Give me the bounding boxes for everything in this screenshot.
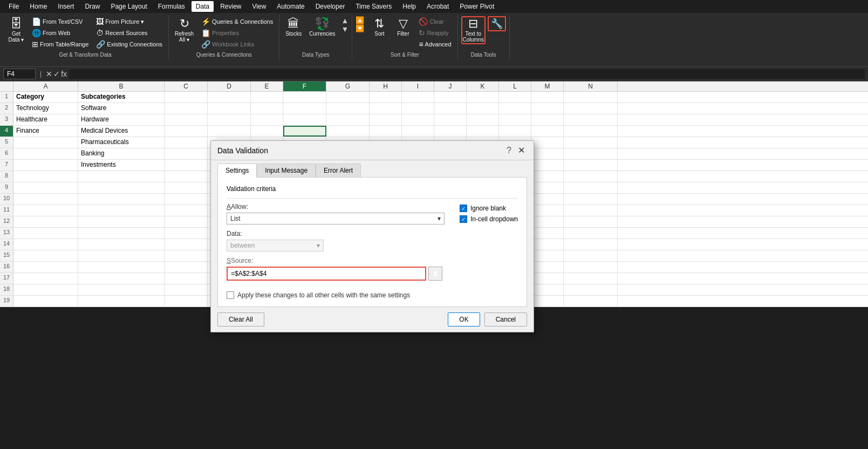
cell-d2[interactable] [208,103,251,114]
cell-n1[interactable] [564,92,618,103]
tab-error-alert[interactable]: Error Alert [316,164,361,177]
menu-view[interactable]: View [248,1,271,12]
cell-m1[interactable] [531,92,564,103]
tab-input-message[interactable]: Input Message [257,164,316,177]
ribbon-clear-button[interactable]: 🚫 Clear [416,16,454,27]
ribbon-text-to-columns-button[interactable]: ⊟ Text toColumns [461,16,486,44]
menu-data[interactable]: Data [192,1,214,12]
sort-za-icon[interactable]: 🔽 [356,24,364,32]
col-header-b[interactable]: B [78,81,165,91]
cell-k1[interactable] [467,92,499,103]
cell-b6[interactable]: Banking [78,148,165,159]
menu-formulas[interactable]: Formulas [154,1,189,12]
cell-c2[interactable] [165,103,208,114]
ribbon-queries-connections-button[interactable]: ⚡ Queries & Connections [199,16,276,27]
col-header-d[interactable]: D [208,81,251,91]
cell-f4[interactable] [283,126,326,137]
ribbon-from-textcsv-button[interactable]: 📄 From Text/CSV [29,16,91,27]
cell-g1[interactable] [326,92,370,103]
ribbon-recent-sources-button[interactable]: ⏱ Recent Sources [93,28,165,38]
col-header-h[interactable]: H [370,81,402,91]
cell-reference-input[interactable] [3,69,36,79]
cell-l1[interactable] [499,92,531,103]
help-icon[interactable]: ? [507,146,511,155]
confirm-formula-icon[interactable]: ✓ [53,70,60,78]
cell-b7[interactable]: Investments [78,160,165,171]
ribbon-workbook-links-button[interactable]: 🔗 Workbook Links [199,39,276,50]
menu-review[interactable]: Review [216,1,245,12]
cell-a2[interactable]: Technology [13,103,78,114]
cell-b4[interactable]: Medical Devices [78,126,165,137]
cell-e1[interactable] [251,92,283,103]
tab-settings[interactable]: Settings [217,164,257,178]
col-header-k[interactable]: K [467,81,499,91]
ribbon-stocks-button[interactable]: 🏛 Stocks [283,16,304,38]
insert-function-icon[interactable]: fx [61,70,67,78]
allow-dropdown[interactable]: List ▾ [227,213,445,224]
cell-j1[interactable] [434,92,467,103]
cell-f1[interactable] [283,92,326,103]
cell-f2[interactable] [283,103,326,114]
cell-d1[interactable] [208,92,251,103]
ribbon-data-tools-extra[interactable]: 🔧 [488,16,506,31]
col-header-a[interactable]: A [13,81,78,91]
ribbon-properties-button[interactable]: 📋 Properties [199,28,276,38]
col-header-m[interactable]: M [531,81,564,91]
menu-powerpivot[interactable]: Power Pivot [455,1,498,12]
col-header-c[interactable]: C [165,81,208,91]
ignore-blank-item[interactable]: ✓ Ignore blank [460,205,518,212]
cell-i1[interactable] [402,92,434,103]
menu-home[interactable]: Home [25,1,51,12]
dialog-close-button[interactable]: ✕ [516,145,527,155]
ribbon-get-data-button[interactable]: 🗄 GetData ▾ [5,16,27,44]
ribbon-sort-button[interactable]: ⇅ Sort [368,16,390,38]
in-cell-dropdown-item[interactable]: ✓ In-cell dropdown [460,215,518,223]
cell-a1[interactable]: Category [13,92,78,103]
source-collapse-button[interactable]: ⬆ [428,267,442,281]
col-header-l[interactable]: L [499,81,531,91]
ribbon-from-web-button[interactable]: 🌐 From Web [29,28,91,38]
cell-b2[interactable]: Software [78,103,165,114]
cancel-formula-icon[interactable]: ✕ [46,70,52,78]
col-header-n[interactable]: N [564,81,618,91]
ribbon-refresh-all-button[interactable]: ↻ RefreshAll ▾ [172,16,196,44]
data-dropdown[interactable]: between ▾ [227,240,324,251]
cell-b1[interactable]: Subcategories [78,92,165,103]
menu-insert[interactable]: Insert [53,1,78,12]
menu-timesavers[interactable]: Time Savers [351,1,396,12]
menu-help[interactable]: Help [398,1,420,12]
menu-file[interactable]: File [4,1,23,12]
ribbon-existing-connections-button[interactable]: 🔗 Existing Connections [93,39,165,50]
cell-b3[interactable]: Hardware [78,114,165,125]
menu-automate[interactable]: Automate [272,1,309,12]
source-input[interactable]: =$A$2:$A$4 [227,267,426,281]
cell-a3[interactable]: Healthcare [13,114,78,125]
col-header-e[interactable]: E [251,81,283,91]
col-header-g[interactable]: G [326,81,370,91]
menu-developer[interactable]: Developer [311,1,350,12]
cell-a4[interactable]: Finance [13,126,78,137]
col-header-j[interactable]: J [434,81,467,91]
data-tools-icon: 🔧 [491,18,503,30]
col-header-f[interactable]: F [283,81,326,91]
menu-draw[interactable]: Draw [80,1,104,12]
cell-b5[interactable]: Pharmaceuticals [78,137,165,148]
select-all-button[interactable] [0,81,13,91]
menu-pagelayout[interactable]: Page Layout [106,1,151,12]
in-cell-dropdown-checkbox[interactable]: ✓ [460,215,467,223]
ribbon-advanced-button[interactable]: ≡ Advanced [416,39,454,50]
col-header-i[interactable]: I [402,81,434,91]
menu-acrobat[interactable]: Acrobat [422,1,453,12]
ribbon-from-tablerange-button[interactable]: ⊞ From Table/Range [29,39,91,50]
cell-h1[interactable] [370,92,402,103]
apply-changes-checkbox[interactable] [227,291,234,299]
ribbon-reapply-button[interactable]: ↻ Reapply [416,28,454,38]
ribbon-from-picture-button[interactable]: 🖼 From Picture ▾ [93,16,165,27]
ribbon-filter-button[interactable]: ▽ Filter [392,16,414,38]
ignore-blank-checkbox[interactable]: ✓ [460,205,467,212]
cell-e2[interactable] [251,103,283,114]
sort-az-icon[interactable]: 🔼 [356,16,364,24]
ribbon-currencies-button[interactable]: 💱 Currencies [306,16,338,38]
cell-c1[interactable] [165,92,208,103]
formula-input[interactable] [69,69,865,79]
